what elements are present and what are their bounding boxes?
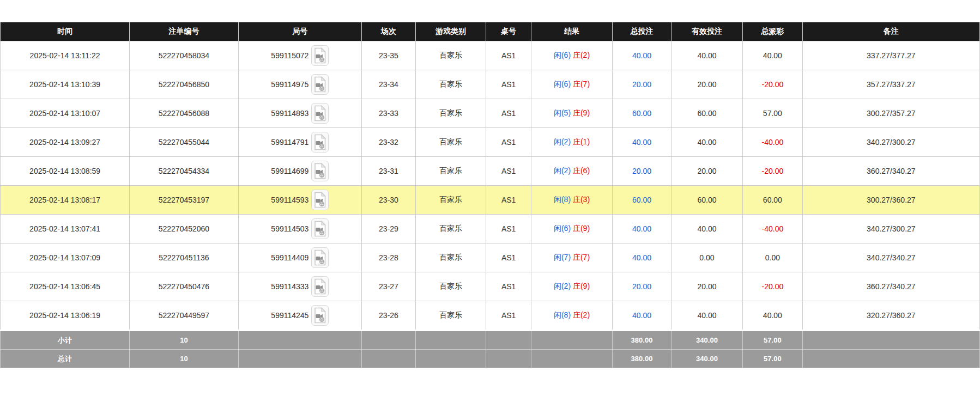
cell-result: 闲(6) 庄(9) xyxy=(531,215,612,243)
result-banker: 庄(6) xyxy=(573,166,590,175)
cell-remark: 360.27/340.27 xyxy=(802,157,979,186)
cell-remark: 300.27/360.27 xyxy=(802,186,979,215)
replay-button[interactable] xyxy=(311,190,329,210)
result-player: 闲(7) xyxy=(554,253,573,261)
cell-time: 2025-02-14 13:06:19 xyxy=(1,301,130,331)
col-header-game-type: 游戏类别 xyxy=(415,22,486,41)
replay-button[interactable] xyxy=(311,218,329,239)
col-header-total-payout: 总派彩 xyxy=(743,22,803,41)
cell-total-bet: 20.00 xyxy=(613,157,672,186)
cell-total-payout: -40.00 xyxy=(743,215,803,243)
cell-time: 2025-02-14 13:07:41 xyxy=(1,215,130,243)
video-replay-icon xyxy=(313,307,326,324)
replay-button[interactable] xyxy=(311,103,329,124)
cell-result: 闲(6) 庄(2) xyxy=(531,41,612,70)
table-body: 2025-02-14 13:11:22 522270458034 5991150… xyxy=(1,41,980,331)
cell-table-no: AS1 xyxy=(486,272,531,301)
replay-button[interactable] xyxy=(311,276,329,297)
result-banker: 庄(7) xyxy=(573,253,590,261)
cell-remark: 340.27/300.27 xyxy=(802,215,979,243)
cell-table-no: AS1 xyxy=(486,186,531,215)
table-row: 2025-02-14 13:07:09 522270451136 5991144… xyxy=(1,243,980,272)
cell-total-payout: 40.00 xyxy=(743,41,803,70)
cell-remark: 357.27/337.27 xyxy=(802,70,979,99)
replay-button[interactable] xyxy=(311,132,329,153)
cell-bet-id: 522270455044 xyxy=(130,128,238,157)
cell-total-bet: 40.00 xyxy=(613,243,672,272)
grand-total-valid-bet: 340.00 xyxy=(671,350,742,368)
replay-button[interactable] xyxy=(311,45,329,66)
cell-game-type: 百家乐 xyxy=(415,157,486,186)
cell-time: 2025-02-14 13:07:09 xyxy=(1,243,130,272)
cell-total-bet: 60.00 xyxy=(613,99,672,128)
round-id-value: 599114245 xyxy=(271,311,308,320)
cell-game-type: 百家乐 xyxy=(415,70,486,99)
cell-valid-bet: 40.00 xyxy=(671,41,742,70)
col-header-round-id: 局号 xyxy=(238,22,361,41)
cell-result: 闲(2) 庄(9) xyxy=(531,272,612,301)
result-banker: 庄(7) xyxy=(573,80,590,88)
subtotal-row: 小计 10 380.00 340.00 57.00 xyxy=(1,331,980,350)
result-banker: 庄(3) xyxy=(573,195,590,204)
cell-remark: 337.27/377.27 xyxy=(802,41,979,70)
replay-button[interactable] xyxy=(311,305,329,326)
result-player: 闲(6) xyxy=(554,80,573,88)
grand-total-count: 10 xyxy=(130,350,238,368)
cell-time: 2025-02-14 13:06:45 xyxy=(1,272,130,301)
replay-button[interactable] xyxy=(311,161,329,181)
cell-total-bet: 40.00 xyxy=(613,215,672,243)
cell-table-no: AS1 xyxy=(486,99,531,128)
cell-round-id: 599114409 xyxy=(238,243,361,272)
round-id-value: 599114975 xyxy=(271,80,308,89)
replay-button[interactable] xyxy=(311,74,329,95)
cell-session: 23-33 xyxy=(362,99,416,128)
cell-round-id: 599114245 xyxy=(238,301,361,331)
cell-time: 2025-02-14 13:10:39 xyxy=(1,70,130,99)
cell-round-id: 599114791 xyxy=(238,128,361,157)
result-banker: 庄(1) xyxy=(573,137,590,146)
table-row: 2025-02-14 13:08:17 522270453197 5991145… xyxy=(1,186,980,215)
bet-records-page: 时间 注单编号 局号 场次 游戏类别 桌号 结果 总投注 有效投注 总派彩 备注… xyxy=(0,0,980,368)
cell-valid-bet: 40.00 xyxy=(671,215,742,243)
replay-button[interactable] xyxy=(311,247,329,268)
cell-bet-id: 522270456850 xyxy=(130,70,238,99)
video-replay-icon xyxy=(313,278,326,295)
cell-game-type: 百家乐 xyxy=(415,301,486,331)
cell-bet-id: 522270453197 xyxy=(130,186,238,215)
cell-result: 闲(8) 庄(2) xyxy=(531,301,612,331)
cell-time: 2025-02-14 13:10:07 xyxy=(1,99,130,128)
video-replay-icon xyxy=(313,192,326,208)
cell-total-bet: 40.00 xyxy=(613,128,672,157)
result-player: 闲(6) xyxy=(554,224,573,233)
result-player: 闲(2) xyxy=(554,137,573,146)
cell-result: 闲(2) 庄(1) xyxy=(531,128,612,157)
cell-result: 闲(7) 庄(7) xyxy=(531,243,612,272)
col-header-remark: 备注 xyxy=(802,22,979,41)
table-row: 2025-02-14 13:08:59 522270454334 5991146… xyxy=(1,157,980,186)
col-header-result: 结果 xyxy=(531,22,612,41)
cell-table-no: AS1 xyxy=(486,243,531,272)
result-player: 闲(5) xyxy=(554,108,573,117)
cell-table-no: AS1 xyxy=(486,128,531,157)
table-row: 2025-02-14 13:09:27 522270455044 5991147… xyxy=(1,128,980,157)
table-row: 2025-02-14 13:10:07 522270456088 5991148… xyxy=(1,99,980,128)
subtotal-total-payout: 57.00 xyxy=(743,331,803,350)
cell-remark: 300.27/357.27 xyxy=(802,99,979,128)
cell-session: 23-27 xyxy=(362,272,416,301)
cell-bet-id: 522270450476 xyxy=(130,272,238,301)
cell-valid-bet: 40.00 xyxy=(671,301,742,331)
cell-valid-bet: 20.00 xyxy=(671,70,742,99)
cell-bet-id: 522270451136 xyxy=(130,243,238,272)
cell-game-type: 百家乐 xyxy=(415,41,486,70)
cell-valid-bet: 20.00 xyxy=(671,272,742,301)
result-player: 闲(2) xyxy=(554,166,573,175)
cell-game-type: 百家乐 xyxy=(415,99,486,128)
cell-total-payout: -20.00 xyxy=(743,70,803,99)
cell-total-payout: 0.00 xyxy=(743,243,803,272)
cell-total-bet: 20.00 xyxy=(613,272,672,301)
cell-result: 闲(5) 庄(9) xyxy=(531,99,612,128)
cell-session: 23-26 xyxy=(362,301,416,331)
result-banker: 庄(2) xyxy=(573,310,590,319)
cell-total-bet: 60.00 xyxy=(613,186,672,215)
video-replay-icon xyxy=(313,163,326,179)
